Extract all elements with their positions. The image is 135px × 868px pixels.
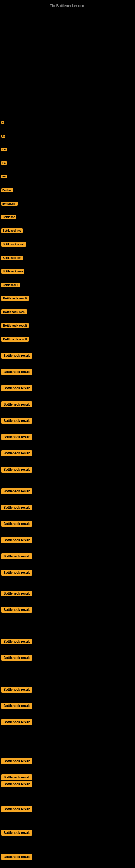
bottleneck-item-33: Bottleneck result xyxy=(1,467,32,472)
bottleneck-badge-32: Bottleneck result xyxy=(1,450,32,456)
bottleneck-badge-22: Bottleneck result xyxy=(1,296,29,301)
bottleneck-badge-13: Bo xyxy=(1,175,7,179)
bottleneck-badge-14: Bottlene xyxy=(1,188,13,192)
bottleneck-item-26: Bottleneck result xyxy=(1,352,32,359)
bottleneck-item-23: Bottleneck resu xyxy=(1,309,27,314)
bottleneck-badge-38: Bottleneck result xyxy=(1,553,32,559)
bottleneck-item-32: Bottleneck result xyxy=(1,450,32,456)
bottleneck-badge-37: Bottleneck result xyxy=(1,537,32,543)
bottleneck-item-13: Bo xyxy=(1,174,7,179)
bottleneck-item-35: Bottleneck result xyxy=(1,504,32,510)
bottleneck-badge-45: Bottleneck result xyxy=(1,703,32,709)
bottleneck-badge-25: Bottleneck result xyxy=(1,337,29,341)
bottleneck-item-34: Bottleneck result xyxy=(1,488,32,494)
bottleneck-badge-19: Bottleneck res xyxy=(1,255,23,260)
bottleneck-badge-40: Bottleneck result xyxy=(1,590,32,596)
bottleneck-badge-42: Bottleneck result xyxy=(1,639,32,645)
bottleneck-badge-17: Bottleneck res xyxy=(1,228,23,233)
bottleneck-item-15: Bottleneck r xyxy=(1,201,17,206)
bottleneck-item-46: Bottleneck result xyxy=(1,719,32,725)
bottleneck-item-45: Bottleneck result xyxy=(1,703,32,709)
bottleneck-badge-12: Bo xyxy=(1,161,7,165)
bottleneck-badge-30: Bottleneck result xyxy=(1,418,32,424)
bottleneck-badge-29: Bottleneck result xyxy=(1,401,32,407)
bottleneck-badge-31: Bottleneck result xyxy=(1,434,32,440)
bottleneck-item-29: Bottleneck result xyxy=(1,401,32,407)
bottleneck-item-50: Bottleneck result xyxy=(1,806,32,812)
bottleneck-item-27: Bottleneck result xyxy=(1,369,32,375)
bottleneck-item-10: Bo xyxy=(1,133,5,138)
bottleneck-item-37: Bottleneck result xyxy=(1,537,32,543)
bottleneck-badge-35: Bottleneck result xyxy=(1,504,32,510)
bottleneck-item-28: Bottleneck result xyxy=(1,385,32,391)
bottleneck-badge-43: Bottleneck result xyxy=(1,655,32,661)
bottleneck-item-19: Bottleneck res xyxy=(1,255,23,260)
bottleneck-item-41: Bottleneck result xyxy=(1,607,32,613)
bottleneck-badge-34: Bottleneck result xyxy=(1,488,32,494)
bottleneck-item-38: Bottleneck result xyxy=(1,553,32,559)
bottleneck-item-52: Bottleneck result xyxy=(1,854,32,860)
bottleneck-item-31: Bottleneck result xyxy=(1,434,32,440)
bottleneck-badge-10: Bo xyxy=(1,134,5,137)
bottleneck-item-20: Bottleneck resu xyxy=(1,269,24,274)
bottleneck-badge-50: Bottleneck result xyxy=(1,806,32,812)
bottleneck-item-14: Bottlene xyxy=(1,187,13,192)
bottleneck-item-40: Bottleneck result xyxy=(1,590,32,596)
bottleneck-item-18: Bottleneck result xyxy=(1,241,26,247)
bottleneck-item-24: Bottleneck result xyxy=(1,323,29,328)
bottleneck-item-51: Bottleneck result xyxy=(1,830,32,836)
bottleneck-badge-49: Bottleneck result xyxy=(1,781,32,787)
bottleneck-badge-36: Bottleneck result xyxy=(1,521,32,527)
bottleneck-item-21: Bottleneck r xyxy=(1,282,20,287)
bottleneck-badge-23: Bottleneck resu xyxy=(1,310,27,314)
bottleneck-badge-27: Bottleneck result xyxy=(1,369,32,375)
bottleneck-badge-44: Bottleneck result xyxy=(1,686,32,692)
bottleneck-badge-47: Bottleneck result xyxy=(1,758,32,764)
bottleneck-badge-24: Bottleneck result xyxy=(1,323,29,328)
bottleneck-item-48: Bottleneck result xyxy=(1,774,32,780)
bottleneck-item-12: Bo xyxy=(1,160,7,165)
bottleneck-item-36: Bottleneck result xyxy=(1,521,32,527)
bottleneck-badge-33: Bottleneck result xyxy=(1,467,32,472)
bottleneck-badge-9: B xyxy=(1,121,4,124)
bottleneck-item-43: Bottleneck result xyxy=(1,655,32,661)
bottleneck-badge-26: Bottleneck result xyxy=(1,352,32,359)
bottleneck-item-44: Bottleneck result xyxy=(1,686,32,692)
bottleneck-badge-51: Bottleneck result xyxy=(1,830,32,836)
bottleneck-badge-20: Bottleneck resu xyxy=(1,269,24,274)
bottleneck-item-17: Bottleneck res xyxy=(1,228,23,233)
bottleneck-item-49: Bottleneck result xyxy=(1,781,32,787)
bottleneck-badge-11: Bo xyxy=(1,148,7,151)
bottleneck-item-11: Bo xyxy=(1,147,7,151)
bottleneck-item-9: B xyxy=(1,119,4,124)
bottleneck-badge-39: Bottleneck result xyxy=(1,569,32,576)
bottleneck-item-30: Bottleneck result xyxy=(1,418,32,424)
bottleneck-badge-52: Bottleneck result xyxy=(1,854,32,860)
bottleneck-badge-46: Bottleneck result xyxy=(1,719,32,725)
bottleneck-badge-16: Bottlenec xyxy=(1,215,16,219)
bottleneck-item-25: Bottleneck result xyxy=(1,336,29,341)
bottleneck-item-16: Bottlenec xyxy=(1,214,16,219)
bottleneck-badge-21: Bottleneck r xyxy=(1,283,20,287)
bottleneck-item-42: Bottleneck result xyxy=(1,639,32,645)
bottleneck-badge-15: Bottleneck r xyxy=(1,202,17,206)
bottleneck-item-22: Bottleneck result xyxy=(1,296,29,301)
bottleneck-item-47: Bottleneck result xyxy=(1,758,32,764)
bottleneck-item-39: Bottleneck result xyxy=(1,569,32,576)
bottleneck-badge-41: Bottleneck result xyxy=(1,607,32,613)
bottleneck-badge-28: Bottleneck result xyxy=(1,385,32,391)
bottleneck-badge-48: Bottleneck result xyxy=(1,774,32,780)
bottleneck-badge-18: Bottleneck result xyxy=(1,242,26,247)
